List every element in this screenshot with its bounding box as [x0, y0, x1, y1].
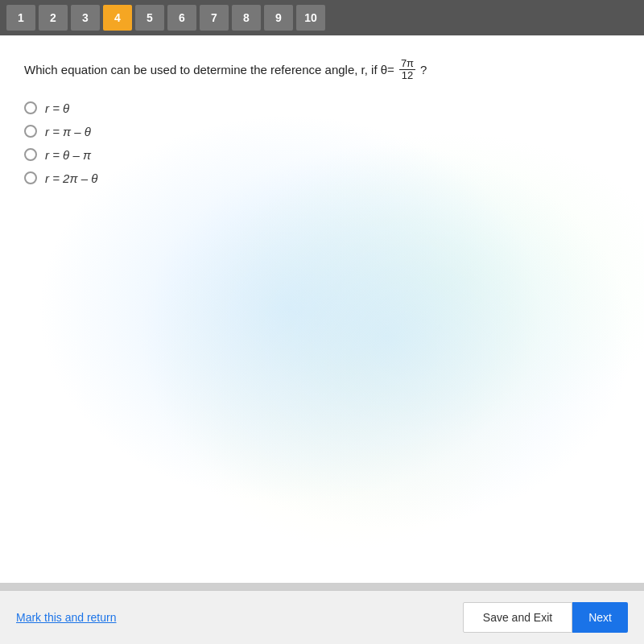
radio-2[interactable]	[24, 125, 37, 138]
nav-btn-6[interactable]: 6	[167, 5, 196, 31]
fraction-denominator: 12	[400, 70, 415, 81]
radio-1[interactable]	[24, 101, 37, 114]
radio-4[interactable]	[24, 171, 37, 184]
save-exit-button[interactable]: Save and Exit	[463, 602, 572, 633]
question-text-before: Which equation can be used to determine …	[24, 61, 394, 80]
option-row-3[interactable]: r = θ – π	[24, 148, 620, 162]
footer: Mark this and return Save and Exit Next	[0, 590, 644, 644]
nav-btn-9[interactable]: 9	[264, 5, 293, 31]
nav-btn-10[interactable]: 10	[296, 5, 325, 31]
question-text-after: ?	[420, 61, 427, 80]
question-nav: 12345678910	[0, 0, 644, 35]
nav-btn-7[interactable]: 7	[200, 5, 229, 31]
fraction-numerator: 7π	[399, 58, 415, 70]
nav-btn-1[interactable]: 1	[6, 5, 35, 31]
nav-btn-3[interactable]: 3	[71, 5, 100, 31]
nav-btn-4[interactable]: 4	[103, 5, 132, 31]
option-label-1: r = θ	[45, 101, 69, 115]
question-text: Which equation can be used to determine …	[24, 58, 620, 82]
main-content-area: Which equation can be used to determine …	[0, 35, 644, 583]
option-label-2: r = π – θ	[45, 125, 91, 138]
option-label-3: r = θ – π	[45, 148, 91, 162]
nav-btn-8[interactable]: 8	[232, 5, 261, 31]
next-button[interactable]: Next	[572, 602, 628, 633]
question-fraction: 7π 12	[399, 58, 415, 82]
nav-btn-2[interactable]: 2	[39, 5, 68, 31]
nav-btn-5[interactable]: 5	[135, 5, 164, 31]
answer-options: r = θr = π – θr = θ – πr = 2π – θ	[24, 101, 620, 185]
option-label-4: r = 2π – θ	[45, 171, 97, 185]
radio-3[interactable]	[24, 148, 37, 161]
footer-actions: Save and Exit Next	[463, 602, 628, 633]
mark-return-button[interactable]: Mark this and return	[16, 611, 117, 624]
option-row-2[interactable]: r = π – θ	[24, 125, 620, 138]
option-row-1[interactable]: r = θ	[24, 101, 620, 115]
option-row-4[interactable]: r = 2π – θ	[24, 171, 620, 185]
